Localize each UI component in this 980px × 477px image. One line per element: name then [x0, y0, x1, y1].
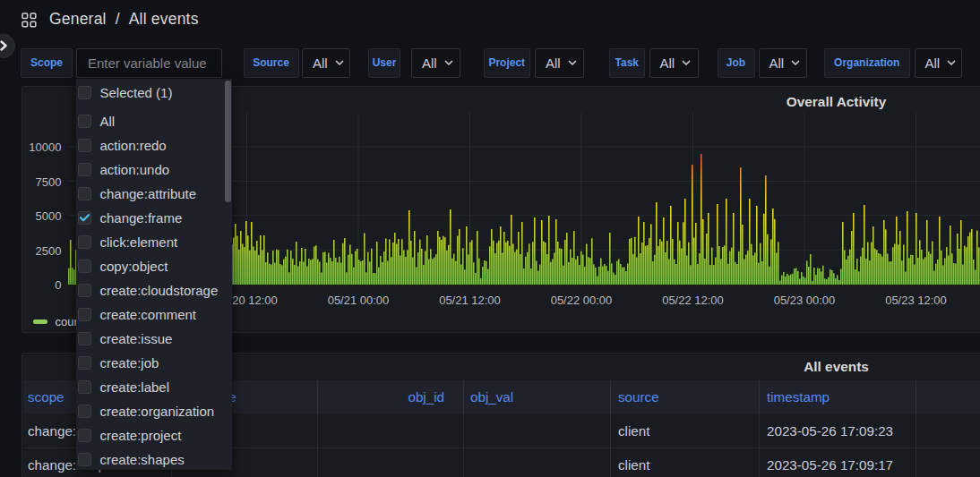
svg-text:05/22 00:00: 05/22 00:00 — [551, 294, 613, 307]
svg-text:05/23 12:00: 05/23 12:00 — [885, 294, 947, 307]
svg-text:7500: 7500 — [36, 175, 62, 189]
svg-text:05/23 00:00: 05/23 00:00 — [774, 294, 836, 307]
svg-text:05/21 00:00: 05/21 00:00 — [328, 294, 390, 307]
svg-text:05/21 12:00: 05/21 12:00 — [439, 294, 501, 307]
svg-text:05/22 12:00: 05/22 12:00 — [662, 294, 724, 307]
svg-text:2500: 2500 — [36, 244, 62, 258]
svg-text:0: 0 — [55, 278, 61, 292]
svg-text:10000: 10000 — [29, 141, 61, 154]
svg-text:5000: 5000 — [36, 209, 62, 223]
